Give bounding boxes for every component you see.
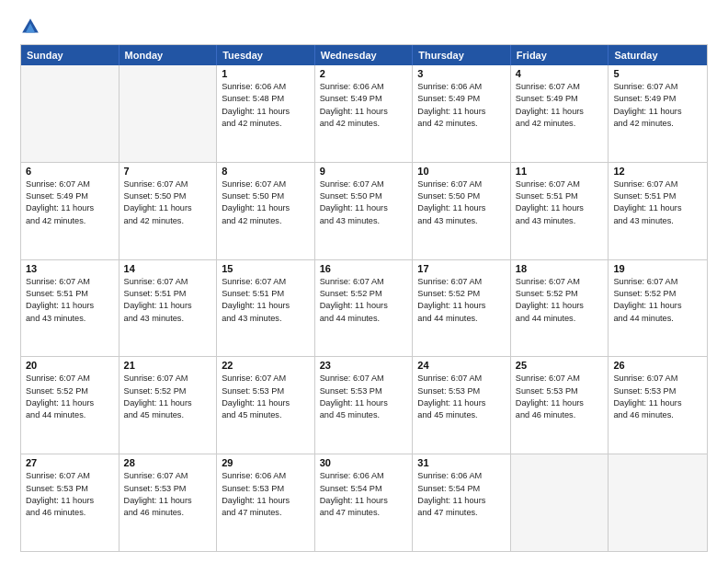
calendar-cell: 2Sunrise: 6:06 AMSunset: 5:49 PMDaylight… xyxy=(315,65,414,162)
cell-info-line: Daylight: 11 hours xyxy=(26,202,114,214)
cell-info-line: Sunrise: 6:07 AM xyxy=(26,178,114,190)
cell-info-line: Daylight: 11 hours xyxy=(320,202,408,214)
day-number: 23 xyxy=(320,360,408,371)
cell-info-line: Daylight: 11 hours xyxy=(516,202,604,214)
calendar-row: 1Sunrise: 6:06 AMSunset: 5:48 PMDaylight… xyxy=(21,65,707,162)
cell-info-line: Daylight: 11 hours xyxy=(613,397,702,409)
cell-info-line: Sunrise: 6:07 AM xyxy=(124,373,212,385)
cell-info-line: Sunset: 5:50 PM xyxy=(222,190,310,202)
cell-info-line: and 46 minutes. xyxy=(613,409,702,421)
calendar-row: 13Sunrise: 6:07 AMSunset: 5:51 PMDayligh… xyxy=(21,259,707,357)
cell-info-line: Sunset: 5:50 PM xyxy=(417,190,506,202)
day-number: 30 xyxy=(320,457,408,468)
cell-info-line: Sunrise: 6:07 AM xyxy=(124,178,212,190)
calendar-cell: 19Sunrise: 6:07 AMSunset: 5:52 PMDayligh… xyxy=(609,260,707,357)
cell-info-line: and 43 minutes. xyxy=(26,313,114,325)
calendar-cell: 23Sunrise: 6:07 AMSunset: 5:53 PMDayligh… xyxy=(315,357,414,454)
cell-info-line: Sunset: 5:53 PM xyxy=(613,385,702,397)
weekday-header: Monday xyxy=(119,45,218,65)
cell-info-line: Sunset: 5:54 PM xyxy=(320,483,408,495)
cell-info-line: Sunset: 5:54 PM xyxy=(417,483,506,495)
cell-info-line: Daylight: 11 hours xyxy=(320,397,408,409)
cell-info-line: Sunset: 5:52 PM xyxy=(124,385,212,397)
cell-info-line: Sunset: 5:52 PM xyxy=(613,288,702,300)
cell-info-line: Sunrise: 6:07 AM xyxy=(222,276,310,288)
cell-info-line: Sunset: 5:53 PM xyxy=(26,483,114,495)
cell-info-line: Daylight: 11 hours xyxy=(26,495,114,507)
cell-info-line: and 42 minutes. xyxy=(516,118,604,130)
day-number: 20 xyxy=(26,360,114,371)
cell-info-line: Sunrise: 6:06 AM xyxy=(320,81,408,93)
cell-info-line: Sunset: 5:48 PM xyxy=(222,93,310,105)
cell-info-line: Sunrise: 6:07 AM xyxy=(124,276,212,288)
cell-info-line: Sunrise: 6:07 AM xyxy=(222,373,310,385)
calendar-cell: 20Sunrise: 6:07 AMSunset: 5:52 PMDayligh… xyxy=(21,357,119,454)
cell-info-line: Sunset: 5:49 PM xyxy=(417,93,506,105)
cell-info-line: Sunset: 5:51 PM xyxy=(124,288,212,300)
cell-info-line: Daylight: 11 hours xyxy=(613,300,702,312)
day-number: 4 xyxy=(516,68,604,79)
calendar-cell: 29Sunrise: 6:06 AMSunset: 5:53 PMDayligh… xyxy=(217,454,315,551)
cell-info-line: and 42 minutes. xyxy=(320,118,408,130)
day-number: 11 xyxy=(516,166,604,177)
cell-info-line: and 45 minutes. xyxy=(124,409,212,421)
calendar-cell: 9Sunrise: 6:07 AMSunset: 5:50 PMDaylight… xyxy=(315,163,414,259)
calendar-cell: 16Sunrise: 6:07 AMSunset: 5:52 PMDayligh… xyxy=(315,260,414,357)
calendar-cell: 13Sunrise: 6:07 AMSunset: 5:51 PMDayligh… xyxy=(21,260,119,357)
cell-info-line: Sunrise: 6:07 AM xyxy=(417,276,506,288)
day-number: 7 xyxy=(124,166,212,177)
calendar-cell: 18Sunrise: 6:07 AMSunset: 5:52 PMDayligh… xyxy=(511,260,609,357)
cell-info-line: and 46 minutes. xyxy=(124,507,212,519)
day-number: 22 xyxy=(222,360,310,371)
cell-info-line: and 42 minutes. xyxy=(222,118,310,130)
day-number: 14 xyxy=(124,263,212,274)
weekday-header: Thursday xyxy=(413,45,511,65)
cell-info-line: Sunrise: 6:06 AM xyxy=(417,470,506,482)
cell-info-line: Sunset: 5:53 PM xyxy=(222,483,310,495)
cell-info-line: Sunset: 5:53 PM xyxy=(516,385,604,397)
day-number: 27 xyxy=(26,457,114,468)
cell-info-line: and 45 minutes. xyxy=(320,409,408,421)
cell-info-line: and 45 minutes. xyxy=(417,409,506,421)
cell-info-line: Sunset: 5:50 PM xyxy=(320,190,408,202)
calendar-cell: 24Sunrise: 6:07 AMSunset: 5:53 PMDayligh… xyxy=(413,357,511,454)
day-number: 13 xyxy=(26,263,114,274)
calendar-cell: 31Sunrise: 6:06 AMSunset: 5:54 PMDayligh… xyxy=(413,454,511,551)
calendar-cell xyxy=(609,454,707,551)
calendar-cell: 14Sunrise: 6:07 AMSunset: 5:51 PMDayligh… xyxy=(119,260,218,357)
cell-info-line: Daylight: 11 hours xyxy=(320,300,408,312)
cell-info-line: and 42 minutes. xyxy=(613,118,702,130)
cell-info-line: Sunset: 5:51 PM xyxy=(222,288,310,300)
cell-info-line: Sunset: 5:49 PM xyxy=(613,93,702,105)
cell-info-line: and 42 minutes. xyxy=(26,215,114,227)
cell-info-line: Sunset: 5:52 PM xyxy=(26,385,114,397)
cell-info-line: Sunset: 5:50 PM xyxy=(124,190,212,202)
calendar-cell: 5Sunrise: 6:07 AMSunset: 5:49 PMDaylight… xyxy=(609,65,707,162)
day-number: 15 xyxy=(222,263,310,274)
cell-info-line: and 47 minutes. xyxy=(222,507,310,519)
calendar-cell xyxy=(119,65,218,162)
calendar-cell: 28Sunrise: 6:07 AMSunset: 5:53 PMDayligh… xyxy=(119,454,218,551)
day-number: 19 xyxy=(613,263,702,274)
cell-info-line: Sunrise: 6:07 AM xyxy=(613,276,702,288)
cell-info-line: Sunrise: 6:07 AM xyxy=(26,373,114,385)
cell-info-line: and 44 minutes. xyxy=(516,313,604,325)
day-number: 3 xyxy=(417,68,506,79)
cell-info-line: and 47 minutes. xyxy=(417,507,506,519)
cell-info-line: Daylight: 11 hours xyxy=(417,495,506,507)
weekday-header: Tuesday xyxy=(217,45,315,65)
cell-info-line: Sunrise: 6:07 AM xyxy=(26,276,114,288)
day-number: 5 xyxy=(613,68,702,79)
cell-info-line: Daylight: 11 hours xyxy=(417,106,506,118)
calendar-cell: 10Sunrise: 6:07 AMSunset: 5:50 PMDayligh… xyxy=(413,163,511,259)
day-number: 10 xyxy=(417,166,506,177)
cell-info-line: Daylight: 11 hours xyxy=(516,106,604,118)
calendar-cell: 26Sunrise: 6:07 AMSunset: 5:53 PMDayligh… xyxy=(609,357,707,454)
cell-info-line: Daylight: 11 hours xyxy=(516,397,604,409)
cell-info-line: Daylight: 11 hours xyxy=(124,300,212,312)
cell-info-line: Sunset: 5:52 PM xyxy=(320,288,408,300)
calendar-cell: 4Sunrise: 6:07 AMSunset: 5:49 PMDaylight… xyxy=(511,65,609,162)
calendar-cell: 21Sunrise: 6:07 AMSunset: 5:52 PMDayligh… xyxy=(119,357,218,454)
cell-info-line: Sunset: 5:51 PM xyxy=(26,288,114,300)
cell-info-line: Sunset: 5:49 PM xyxy=(320,93,408,105)
